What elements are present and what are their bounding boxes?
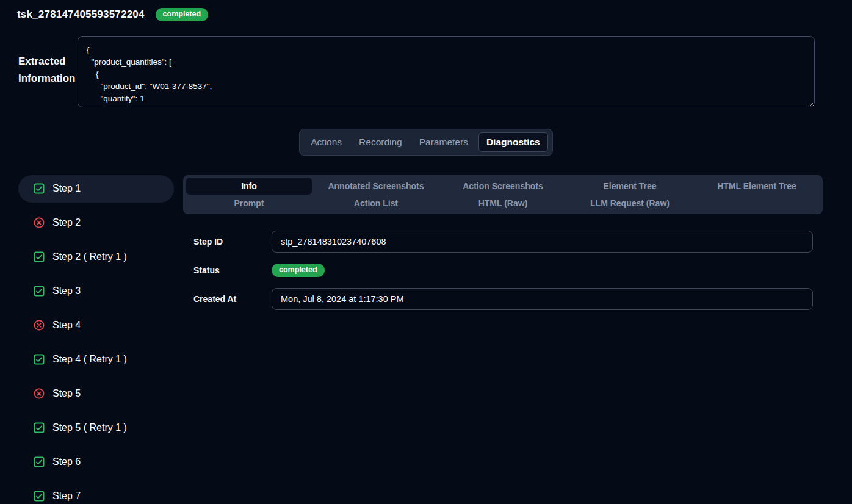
check-square-icon <box>34 456 45 467</box>
error-circle-icon <box>34 388 45 399</box>
step-id-label: Step ID <box>193 237 272 247</box>
created-at-input[interactable] <box>272 288 813 310</box>
sub-tab[interactable]: Info <box>186 178 312 195</box>
step-label: Step 5 <box>52 388 81 399</box>
main-tab[interactable]: Parameters <box>413 132 475 152</box>
check-square-icon <box>34 354 45 365</box>
steps-sidebar: Step 1 Step 2 Step 2 ( Retry 1 ) Step 3 … <box>18 175 174 504</box>
sidebar-step-item[interactable]: Step 5 ( Retry 1 ) <box>18 414 174 442</box>
main-tab[interactable]: Actions <box>304 132 348 152</box>
main-tab[interactable]: Diagnostics <box>478 132 548 152</box>
step-id-input[interactable] <box>272 231 813 253</box>
created-at-row: Created At <box>193 288 813 310</box>
diagnostics-content: Step 1 Step 2 Step 2 ( Retry 1 ) Step 3 … <box>0 175 852 504</box>
step-status-badge: completed <box>272 264 325 277</box>
main-tabs-wrap: ActionsRecordingParametersDiagnostics <box>0 129 852 156</box>
step-detail-panel: InfoAnnotated ScreenshotsAction Screensh… <box>183 175 823 321</box>
info-fields: Step ID Status completed Created At <box>183 231 823 310</box>
sidebar-step-item[interactable]: Step 4 <box>18 312 174 339</box>
sidebar-step-item[interactable]: Step 2 ( Retry 1 ) <box>18 243 174 271</box>
check-square-icon <box>34 251 45 262</box>
sidebar-step-item[interactable]: Step 5 <box>18 380 174 408</box>
task-status-badge: completed <box>156 8 209 21</box>
sub-tab[interactable]: Action List <box>312 195 439 212</box>
step-label: Step 4 <box>52 320 81 331</box>
sidebar-step-item[interactable]: Step 1 <box>18 175 174 203</box>
check-square-icon <box>34 183 45 194</box>
step-label: Step 4 ( Retry 1 ) <box>52 354 127 365</box>
step-label: Step 3 <box>52 286 81 297</box>
sidebar-step-item[interactable]: Step 3 <box>18 278 174 305</box>
main-tab-bar: ActionsRecordingParametersDiagnostics <box>299 129 552 156</box>
sidebar-step-item[interactable]: Step 6 <box>18 448 174 476</box>
extracted-information-label: Extracted Information <box>0 36 78 107</box>
step-label: Step 1 <box>52 183 81 194</box>
step-label: Step 6 <box>52 456 81 467</box>
extracted-information-section: Extracted Information { "product_quantit… <box>0 36 852 107</box>
sub-tab[interactable]: HTML (Raw) <box>439 195 566 212</box>
sub-tab-bar: InfoAnnotated ScreenshotsAction Screensh… <box>183 175 823 214</box>
sub-tab[interactable]: Annotated Screenshots <box>312 178 439 195</box>
check-square-icon <box>34 286 45 297</box>
status-label: Status <box>193 265 272 275</box>
sub-tab[interactable]: LLM Request (Raw) <box>566 195 693 212</box>
sub-tab[interactable]: Action Screenshots <box>439 178 566 195</box>
sidebar-step-item[interactable]: Step 4 ( Retry 1 ) <box>18 346 174 373</box>
step-label: Step 7 <box>52 491 81 502</box>
sub-tab[interactable]: HTML Element Tree <box>693 178 820 195</box>
error-circle-icon <box>34 217 45 228</box>
sidebar-step-item[interactable]: Step 7 <box>18 483 174 504</box>
created-at-label: Created At <box>193 294 272 304</box>
check-square-icon <box>34 422 45 433</box>
check-square-icon <box>34 491 45 502</box>
main-tab[interactable]: Recording <box>352 132 409 152</box>
task-id-title: tsk_278147405593572204 <box>17 9 145 21</box>
step-label: Step 2 ( Retry 1 ) <box>52 251 127 262</box>
step-id-row: Step ID <box>193 231 813 253</box>
step-label: Step 2 <box>52 217 81 228</box>
error-circle-icon <box>34 320 45 331</box>
sidebar-step-item[interactable]: Step 2 <box>18 209 174 237</box>
step-label: Step 5 ( Retry 1 ) <box>52 422 127 433</box>
extracted-information-textarea[interactable]: { "product_quantities": [ { "product_id"… <box>78 36 815 107</box>
sub-tab[interactable]: Prompt <box>186 195 312 212</box>
sub-tab[interactable]: Element Tree <box>566 178 693 195</box>
status-row: Status completed <box>193 264 813 277</box>
task-header: tsk_278147405593572204 completed <box>0 0 852 21</box>
